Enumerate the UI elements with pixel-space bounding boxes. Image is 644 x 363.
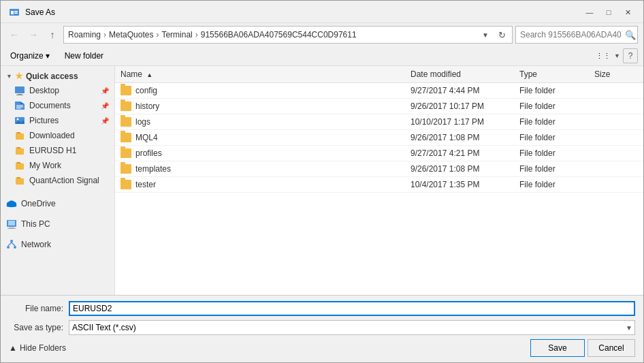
quick-access-chevron: ▼ [6, 73, 12, 80]
help-button[interactable]: ? [623, 48, 638, 63]
hide-folders-label: Hide Folders [20, 343, 66, 353]
address-bar: Roaming › MetaQuotes › Terminal › 915566… [63, 26, 513, 44]
table-row[interactable]: MQL4 9/26/2017 1:08 PM File folder [115, 130, 643, 146]
file-name-text: tester [135, 180, 156, 189]
quick-access-label: Quick access [26, 72, 78, 81]
bottom-section: File name: Save as type: ASCII Text (*.c… [1, 295, 643, 362]
sidebar-item-network-label: Network [21, 240, 51, 249]
sidebar-item-thispc[interactable]: This PC [1, 217, 114, 232]
file-name-text: config [135, 86, 157, 95]
cancel-button[interactable]: Cancel [587, 339, 635, 357]
search-icon: 🔍 [625, 30, 636, 40]
hide-folders-chevron-icon: ▲ [9, 343, 17, 353]
table-row[interactable]: profiles 9/27/2017 4:21 PM File folder [115, 146, 643, 161]
svg-rect-19 [7, 204, 16, 207]
file-type: File folder [514, 147, 589, 159]
file-list: Name ▲ Date modified Type Size config 9/… [115, 66, 643, 295]
close-button[interactable]: ✕ [619, 6, 637, 18]
svg-rect-3 [14, 13, 18, 14]
sidebar-item-onedrive-label: OneDrive [21, 199, 56, 208]
organize-button[interactable]: Organize ▾ [6, 50, 54, 62]
buttons-row: ▲ Hide Folders Save Cancel [9, 339, 635, 357]
downloaded-icon [14, 130, 25, 141]
file-cell-name: MQL4 [115, 131, 405, 144]
svg-point-24 [10, 240, 13, 242]
file-size [589, 105, 643, 108]
svg-rect-4 [15, 86, 25, 93]
save-button[interactable]: Save [530, 339, 585, 357]
svg-point-25 [7, 246, 10, 249]
file-type: File folder [514, 100, 589, 112]
minimize-button[interactable]: — [581, 6, 598, 18]
sidebar: ▼ ★ Quick access Desktop 📌 [1, 66, 115, 295]
file-date: 9/27/2017 4:44 PM [405, 84, 514, 97]
file-rows-container: config 9/27/2017 4:44 PM File folder his… [115, 83, 643, 193]
breadcrumb-terminal[interactable]: Terminal [160, 30, 193, 40]
sidebar-item-pictures-label: Pictures [29, 116, 59, 125]
file-size [589, 152, 643, 155]
desktop-icon [14, 85, 25, 96]
breadcrumb-metaquotes[interactable]: MetaQuotes [108, 30, 155, 40]
view-button[interactable]: ⋮⋮ [595, 48, 611, 63]
filename-input[interactable] [69, 301, 635, 316]
file-cell-name: tester [115, 178, 405, 191]
file-cell-name: config [115, 84, 405, 97]
content-area: ▼ ★ Quick access Desktop 📌 [1, 66, 643, 295]
breadcrumb-folder-id[interactable]: 915566BA06ADA407569C544CC0D97611 [199, 30, 358, 40]
sidebar-item-quantaction[interactable]: QuantAction Signal [1, 173, 114, 188]
sidebar-item-downloaded-label: Downloaded [29, 131, 75, 140]
file-name-text: MQL4 [135, 133, 158, 142]
table-row[interactable]: history 9/26/2017 10:17 PM File folder [115, 99, 643, 114]
back-button[interactable]: ← [6, 27, 22, 43]
address-dropdown-button[interactable]: ▼ [479, 27, 492, 42]
sidebar-item-network[interactable]: Network [1, 237, 114, 252]
column-type[interactable]: Type [514, 68, 589, 80]
table-row[interactable]: logs 10/10/2017 1:17 PM File folder [115, 114, 643, 130]
svg-rect-22 [7, 228, 16, 229]
file-size [589, 89, 643, 92]
nav-toolbar: ← → ↑ Roaming › MetaQuotes › Terminal › … [1, 23, 643, 46]
folder-icon [120, 180, 131, 189]
sidebar-item-eurusd[interactable]: EURUSD H1 [1, 143, 114, 158]
sidebar-item-pictures[interactable]: Pictures 📌 [1, 113, 114, 128]
maximize-button[interactable]: □ [600, 6, 617, 18]
saveastype-row: Save as type: ASCII Text (*.csv) ▼ [9, 320, 635, 335]
file-type: File folder [514, 131, 589, 144]
file-name-text: history [135, 101, 159, 111]
sidebar-item-thispc-label: This PC [21, 219, 50, 229]
hide-folders-button[interactable]: ▲ Hide Folders [9, 343, 66, 353]
sidebar-item-onedrive[interactable]: OneDrive [1, 196, 114, 211]
svg-rect-1 [11, 11, 14, 14]
table-row[interactable]: config 9/27/2017 4:44 PM File folder [115, 83, 643, 99]
svg-line-28 [12, 242, 15, 246]
column-name[interactable]: Name ▲ [115, 68, 405, 80]
file-size [589, 183, 643, 186]
sidebar-item-desktop[interactable]: Desktop 📌 [1, 83, 114, 98]
sidebar-item-mywork[interactable]: My Work [1, 158, 114, 173]
thispc-icon [6, 219, 17, 230]
svg-line-27 [8, 242, 12, 246]
column-size[interactable]: Size [589, 68, 643, 80]
quick-access-star-icon: ★ [15, 71, 23, 81]
forward-button[interactable]: → [25, 27, 42, 43]
refresh-button[interactable]: ↻ [494, 27, 509, 42]
folder-icon [120, 86, 131, 95]
file-type: File folder [514, 163, 589, 175]
sidebar-item-documents-label: Documents [29, 101, 71, 110]
file-cell-name: profiles [115, 147, 405, 159]
table-row[interactable]: templates 9/26/2017 1:08 PM File folder [115, 161, 643, 177]
quantaction-icon [14, 175, 25, 186]
address-breadcrumb: Roaming › MetaQuotes › Terminal › 915566… [67, 30, 477, 40]
breadcrumb-roaming[interactable]: Roaming [67, 30, 102, 40]
saveastype-select[interactable]: ASCII Text (*.csv) [69, 320, 635, 335]
sidebar-item-documents[interactable]: Documents 📌 [1, 98, 114, 113]
title-bar: Save As — □ ✕ [1, 1, 643, 23]
quick-access-header[interactable]: ▼ ★ Quick access [1, 69, 114, 83]
column-date[interactable]: Date modified [405, 68, 514, 80]
table-row[interactable]: tester 10/4/2017 1:35 PM File folder [115, 177, 643, 193]
sidebar-item-downloaded[interactable]: Downloaded [1, 128, 114, 143]
new-folder-button[interactable]: New folder [59, 50, 109, 62]
up-button[interactable]: ↑ [44, 27, 61, 43]
search-input[interactable] [520, 30, 622, 40]
filename-row: File name: [9, 301, 635, 316]
